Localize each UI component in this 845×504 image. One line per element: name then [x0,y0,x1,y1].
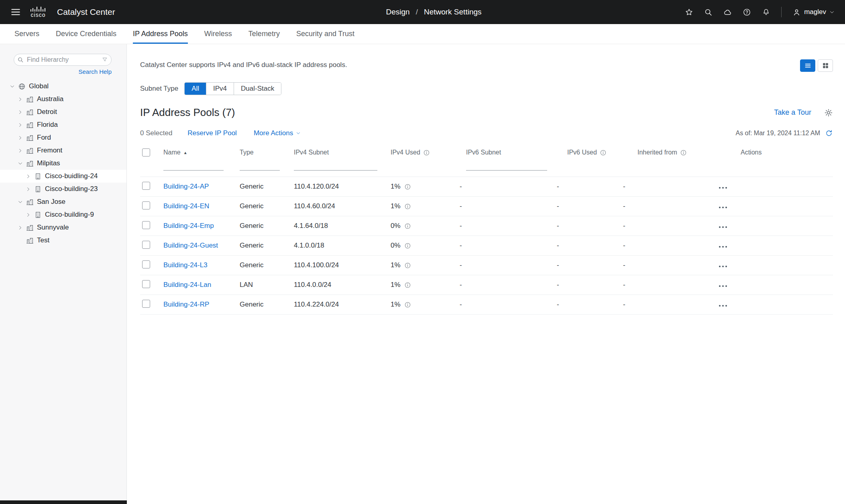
subnet-type-option[interactable]: Dual-Stack [234,83,281,95]
info-icon[interactable] [423,149,430,156]
tree-item[interactable]: Global [0,80,126,93]
row-checkbox[interactable] [142,260,150,268]
chevron-icon[interactable] [18,122,23,128]
settings-tab[interactable]: Device Credentials [56,24,116,44]
chevron-icon[interactable] [26,212,31,217]
column-header-name[interactable]: Name ▲ [163,149,240,156]
tree-node-label: Australia [37,95,63,103]
pool-name-link[interactable]: Building-24-Lan [163,281,211,289]
info-icon[interactable] [600,149,607,156]
info-icon[interactable] [404,301,411,308]
row-actions-button[interactable] [717,244,729,250]
name-filter-input[interactable] [163,161,224,171]
settings-tab[interactable]: Security and Trust [296,24,354,44]
take-a-tour-link[interactable]: Take a Tour [774,108,811,117]
tree-item[interactable]: Cisco-building-9 [0,208,126,221]
tree-item[interactable]: Cisco-building-23 [0,183,126,195]
row-checkbox[interactable] [142,300,150,308]
subnet-type-option[interactable]: IPv4 [206,83,234,95]
tree-node-icon [26,237,34,244]
chevron-icon[interactable] [26,187,31,192]
row-checkbox[interactable] [142,280,150,288]
chevron-icon[interactable] [26,174,31,179]
info-icon[interactable] [404,183,411,190]
row-actions-button[interactable] [717,283,729,289]
info-icon[interactable] [404,223,411,230]
tree-item[interactable]: Ford [0,131,126,144]
chevron-icon[interactable] [18,135,23,140]
row-actions-button[interactable] [717,185,729,191]
select-all-checkbox[interactable] [142,148,150,156]
row-checkbox[interactable] [142,241,150,249]
tree-item[interactable]: Test [0,234,126,247]
chevron-icon[interactable] [18,225,23,230]
global-search-icon[interactable] [704,8,713,16]
info-icon[interactable] [680,149,687,156]
info-icon[interactable] [404,242,411,249]
chevron-icon[interactable] [18,110,23,115]
refresh-icon[interactable] [825,129,833,137]
row-checkbox[interactable] [142,182,150,190]
filter-funnel-icon[interactable] [102,57,108,63]
tree-item[interactable]: San Jose [0,195,126,208]
favorites-star-icon[interactable] [685,8,693,16]
subnet-type-option[interactable]: All [185,83,206,95]
row-actions-button[interactable] [717,204,729,211]
table-body: Building-24-AP Generic 110.4.120.0/24 1%… [140,177,833,315]
row-checkbox[interactable] [142,221,150,229]
gear-icon[interactable] [824,108,833,117]
tree-item[interactable]: Florida [0,118,126,131]
settings-tab[interactable]: Telemetry [248,24,280,44]
info-icon[interactable] [404,262,411,269]
chevron-icon[interactable] [10,84,15,89]
chevron-icon[interactable] [18,97,23,102]
row-actions-button[interactable] [717,224,729,230]
row-checkbox[interactable] [142,201,150,209]
row-actions-button[interactable] [717,263,729,270]
notifications-bell-icon[interactable] [762,8,770,16]
chevron-icon[interactable] [18,148,23,153]
cloud-icon[interactable] [723,8,732,16]
tree-item[interactable]: Milpitas [0,157,126,170]
grid-view-button[interactable] [818,59,833,72]
ipv6-subnet-filter-input[interactable] [466,161,547,171]
more-actions-dropdown[interactable]: More Actions [254,129,301,137]
info-icon[interactable] [404,203,411,210]
breadcrumb-design[interactable]: Design [386,8,409,16]
tree-item[interactable]: Australia [0,93,126,106]
settings-tab[interactable]: Servers [14,24,39,44]
settings-tab-bar: Servers Device Credentials IP Address Po… [0,24,845,44]
tree-item[interactable]: Detroit [0,106,126,118]
ipv4-subnet-filter-input[interactable] [294,161,377,171]
tree-item[interactable]: Sunnyvale [0,221,126,234]
menu-icon[interactable] [10,7,21,17]
settings-tab[interactable]: IP Address Pools [133,24,188,44]
type-filter-input[interactable] [240,161,280,171]
help-icon[interactable] [743,8,751,16]
pool-name-link[interactable]: Building-24-RP [163,301,209,308]
chevron-icon[interactable] [18,161,23,166]
chevron-icon[interactable] [18,199,23,205]
pool-name-link[interactable]: Building-24-EN [163,202,209,210]
tree-item[interactable]: Fremont [0,144,126,157]
pool-name-link[interactable]: Building-24-Emp [163,222,214,230]
list-view-button[interactable] [800,59,815,72]
row-actions-button[interactable] [717,303,729,309]
selected-count: 0 Selected [140,129,172,137]
user-menu[interactable]: maglev [792,8,835,16]
ipv4-subnet: 4.1.64.0/18 [294,222,391,230]
settings-tab[interactable]: Wireless [204,24,232,44]
pool-type: Generic [240,301,294,309]
pool-name-link[interactable]: Building-24-L3 [163,261,208,269]
tree-node-label: Global [29,82,49,90]
info-icon[interactable] [404,282,411,289]
tree-node-label: Test [37,236,49,244]
ipv4-used-value: 0% [391,242,401,250]
subnet-type-segmented: All IPv4 Dual-Stack [184,82,281,95]
search-help-link[interactable]: Search Help [14,68,112,75]
pool-name-link[interactable]: Building-24-AP [163,183,209,190]
pool-name-link[interactable]: Building-24-Guest [163,242,218,249]
reserve-ip-pool-button[interactable]: Reserve IP Pool [187,129,237,137]
find-hierarchy-input[interactable] [14,54,112,66]
tree-item[interactable]: Cisco-buidling-24 [0,170,126,183]
